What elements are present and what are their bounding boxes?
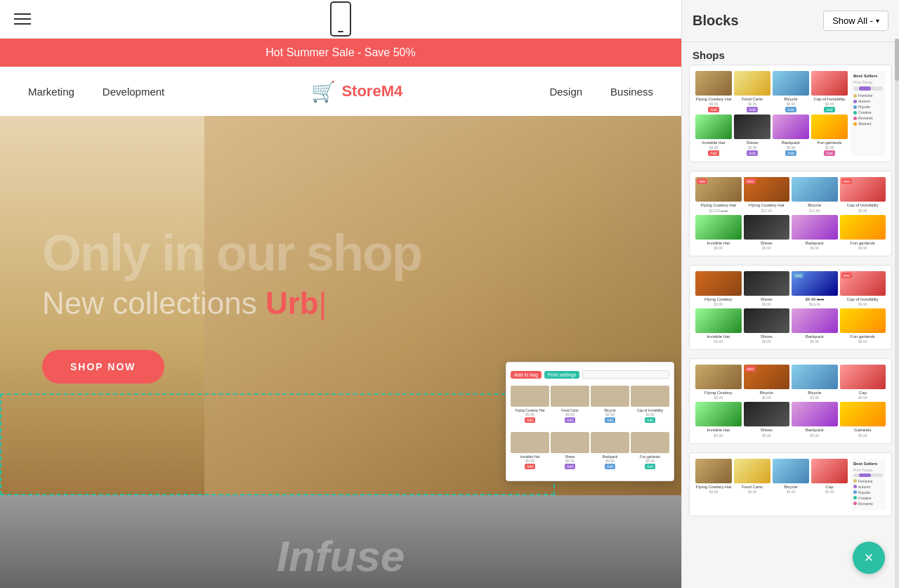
- mini-add-btn[interactable]: Add: [785, 150, 797, 156]
- close-button[interactable]: ×: [853, 542, 885, 574]
- mini-img: [695, 459, 732, 483]
- hamburger-icon[interactable]: [14, 13, 31, 25]
- fp-product-img-3: [591, 386, 629, 407]
- mini-img: [734, 459, 770, 483]
- sidebar-filter-item: Autumn: [853, 99, 883, 103]
- fp-product-8: Fun garlands $9.99 Add: [631, 432, 669, 476]
- mini-add-btn[interactable]: Add: [785, 107, 797, 112]
- fp-product-img-6: [551, 432, 589, 453]
- mini-product: new Cap of Invisibility $9.99: [840, 271, 886, 306]
- fp-product-4: Cap of Invisibility $9.99 Add: [631, 386, 669, 430]
- mini-product: Garlands $9.99: [840, 402, 886, 437]
- mini-product: Shoes $9.99: [744, 271, 790, 306]
- fp-product-1: Flying Cowboy Hat $9.99 Add: [511, 386, 549, 430]
- template-card-5[interactable]: Flying Cowboy Hat $9.99 Food Carts $9.99…: [689, 452, 892, 516]
- fp-product-7: Backpack $9.99 Add: [591, 432, 629, 476]
- hero-content: Only in our shop New collections Urb| SH…: [0, 228, 421, 384]
- mini-product: Backpack $9.99: [792, 215, 838, 250]
- mini-product: Flying Cowboy Hat $9.99 Add: [695, 71, 732, 112]
- nav-link-marketing[interactable]: Marketing: [28, 86, 74, 98]
- scroll-indicator: [895, 39, 899, 588]
- template-card-2[interactable]: new Flying Cowboy Hat $13.99 $9.99 new F…: [689, 171, 892, 256]
- fp-add-btn-3[interactable]: Add: [605, 417, 615, 423]
- mini-add-btn[interactable]: Add: [824, 107, 836, 112]
- announcement-text: Hot Summer Sale - Save 50%: [265, 46, 415, 59]
- mini-product: Invisible Hat $9.99: [695, 402, 742, 437]
- mini-img: [744, 271, 790, 296]
- template-card-4[interactable]: Flying Cowboy $9.99 new Bicycle $9.99 Bi…: [689, 358, 892, 443]
- mini-product: Backpack $9.99: [792, 308, 838, 344]
- template-card-1[interactable]: Flying Cowboy Hat $9.99 Add Food Carts $…: [689, 65, 892, 162]
- shop-now-button[interactable]: SHOP NOW: [42, 350, 164, 384]
- mini-product: Invisible Hat $9.99 Add: [695, 115, 732, 156]
- mini-product: Shoes $9.99 Add: [734, 115, 770, 156]
- fp-product-img-4: [631, 386, 669, 407]
- sidebar-filter-item: Feminine: [853, 93, 883, 98]
- mini-img: [695, 402, 742, 426]
- mini-img: [695, 115, 732, 139]
- fp-product-6: Shoes $9.99 Add: [551, 432, 589, 476]
- mini-product: Bicycle $9.99: [792, 365, 838, 400]
- mini-add-btn[interactable]: Add: [708, 150, 720, 156]
- fp-add-btn-2[interactable]: Add: [565, 417, 575, 423]
- hero-section: Only in our shop New collections Urb| SH…: [0, 116, 681, 495]
- mini-img: [792, 365, 838, 389]
- sidebar-filter-item: Romantic: [853, 116, 883, 120]
- fp-btn-1[interactable]: Add to bag: [511, 371, 542, 379]
- mini-img: [840, 308, 886, 333]
- template-cards-list[interactable]: Flying Cowboy Hat $9.99 Add Food Carts $…: [682, 65, 899, 588]
- nav-links-right: Design Business: [549, 86, 653, 98]
- logo[interactable]: 🛒 StoreM4: [311, 80, 402, 103]
- fp-btn-2[interactable]: Print settings: [544, 371, 579, 379]
- hero-subtitle-pre: New collections: [42, 286, 265, 320]
- mini-product: Invisible Hat $9.99: [695, 215, 742, 250]
- mini-img: [792, 402, 838, 426]
- mini-img: new: [744, 177, 790, 202]
- mini-product: Cap $9.99: [840, 365, 886, 400]
- sidebar-filter-item: Autumn: [853, 485, 883, 489]
- mini-add-btn[interactable]: Add: [708, 107, 720, 112]
- fp-add-btn-4[interactable]: Add: [645, 417, 655, 423]
- fp-add-btn-8[interactable]: Add: [645, 464, 655, 469]
- fp-search-input: [582, 370, 669, 379]
- mini-product: Cap $9.99: [811, 459, 848, 494]
- main-canvas: Hot Summer Sale - Save 50% Marketing Dev…: [0, 0, 681, 588]
- mini-img: [744, 308, 790, 333]
- sidebar-filter-item: Abstract: [853, 122, 883, 126]
- logo-cart-icon: 🛒: [311, 80, 336, 103]
- nav-link-development[interactable]: Development: [103, 86, 164, 98]
- mini-product: Cap of Invisibility $9.99 Add: [811, 71, 848, 112]
- floating-preview-thumbnail: Add to bag Print settings Flying Cowboy …: [506, 362, 674, 481]
- mini-add-btn[interactable]: Add: [747, 107, 759, 112]
- mini-add-btn[interactable]: Add: [747, 150, 759, 156]
- nav-link-business[interactable]: Business: [610, 86, 653, 98]
- mini-product: Invisible Hat $9.99: [695, 308, 742, 344]
- mini-img: new: [744, 365, 790, 389]
- show-all-button[interactable]: Show All -: [823, 11, 888, 31]
- template-card-3[interactable]: Flying Cowboy $9.99 Shoes $9.99 new $9.9…: [689, 265, 892, 350]
- fp-add-btn-5[interactable]: Add: [525, 464, 535, 469]
- mini-img: [773, 115, 809, 139]
- mini-img: [695, 365, 742, 389]
- mini-img: [695, 215, 742, 240]
- bottom-section: Infuse: [0, 495, 681, 588]
- card-sidebar-5: Best Sellers Price Range Feminine Autumn…: [851, 459, 886, 510]
- nav-link-design[interactable]: Design: [549, 86, 582, 98]
- fp-product-img-8: [631, 432, 669, 453]
- fp-add-btn-1[interactable]: Add: [525, 417, 535, 423]
- fp-product-3: Bicycle $9.99 Add: [591, 386, 629, 430]
- mini-product: Backpack $9.99: [792, 402, 838, 437]
- fp-product-img-5: [511, 432, 549, 453]
- mini-product: Food Carts $9.99 Add: [734, 71, 770, 112]
- logo-text: StoreM4: [341, 82, 402, 100]
- mini-img: [773, 459, 809, 483]
- fp-add-btn-7[interactable]: Add: [605, 464, 615, 469]
- hero-subtitle: New collections Urb|: [42, 285, 421, 322]
- mini-add-btn[interactable]: Add: [824, 150, 836, 156]
- bottom-text: Infuse: [277, 531, 405, 581]
- top-bar: [0, 0, 681, 39]
- mini-product: Bicycle $11.99: [792, 177, 838, 212]
- fp-add-btn-6[interactable]: Add: [565, 464, 575, 469]
- announcement-bar: Hot Summer Sale - Save 50%: [0, 39, 681, 67]
- sidebar-filter-item: Popular: [853, 490, 883, 495]
